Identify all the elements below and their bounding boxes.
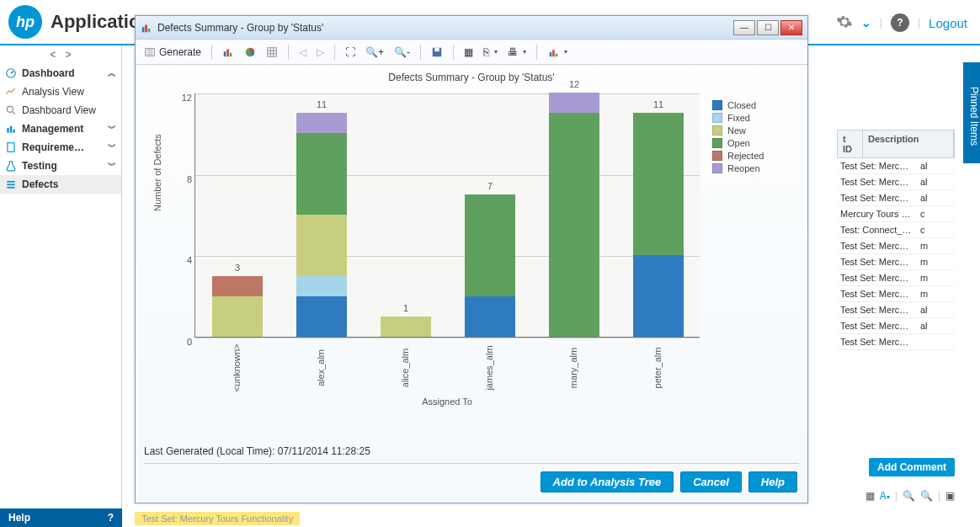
logout-link[interactable]: Logout	[929, 16, 967, 30]
save-button[interactable]	[428, 45, 446, 60]
dialog-toolbar: Generate ◁ ▷ ⛶ 🔍+ 🔍- ▦ ⎘▾ 🖶▾ ▾	[136, 40, 807, 65]
table-row[interactable]: Test Set: Mercur…al	[837, 318, 955, 334]
svg-rect-9	[7, 187, 14, 189]
fullscreen-button[interactable]: ⛶	[342, 45, 359, 60]
print-button[interactable]: 🖶▾	[504, 45, 530, 60]
layout-button[interactable]: ▦	[461, 45, 477, 60]
cancel-button[interactable]: Cancel	[680, 471, 742, 492]
table-row[interactable]: Test Set: Mercur…m	[837, 270, 955, 286]
sidebar-dashboard-view[interactable]: Dashboard View	[0, 101, 121, 120]
svg-rect-10	[142, 27, 145, 32]
sidebar-analysis-view[interactable]: Analysis View	[0, 83, 121, 101]
bar-chart-button[interactable]	[219, 45, 237, 60]
svg-rect-14	[224, 51, 226, 56]
legend-rejected: Rejected	[712, 151, 764, 161]
app-title: Applicatio	[51, 11, 140, 33]
bar-peter_alm: 11	[633, 113, 684, 337]
close-button[interactable]: ✕	[780, 20, 802, 35]
options-button[interactable]: ▾	[544, 45, 571, 60]
bar-alex_alm: 11	[296, 113, 347, 337]
hp-logo: hp	[8, 5, 42, 39]
generate-icon	[144, 46, 156, 58]
col-desc-header[interactable]: Description	[863, 130, 954, 157]
zoom-out-icon[interactable]: 🔍	[920, 490, 933, 502]
nav-next-button[interactable]: ▷	[313, 45, 328, 60]
table-row[interactable]: Mercury Tours si…c	[837, 206, 955, 222]
legend-closed: Closed	[712, 100, 764, 110]
defects-summary-dialog: Defects Summary - Group by 'Status' — ☐ …	[135, 15, 808, 503]
svg-rect-15	[226, 49, 229, 56]
sidebar-testing[interactable]: Testing ︾	[0, 157, 121, 175]
background-table: t ID Description Test Set: Mercur…alTest…	[837, 130, 955, 350]
legend-new: New	[712, 125, 764, 136]
table-row[interactable]: Test Set: Mercur…al	[837, 190, 955, 206]
col-id-header[interactable]: t ID	[838, 130, 863, 157]
table-row[interactable]: Test Set: Mercur…al	[837, 302, 955, 318]
svg-rect-12	[148, 28, 151, 31]
minimize-button[interactable]: —	[733, 20, 755, 35]
list-icon	[5, 178, 17, 190]
bar-mary_alm: 12	[549, 93, 599, 337]
legend-reopen: Reopen	[712, 163, 764, 173]
grid-view-button[interactable]	[263, 45, 281, 60]
chart-title: Defects Summary - Group by 'Status'	[144, 72, 799, 83]
sidebar-defects[interactable]: Defects	[0, 175, 121, 194]
layout-icon[interactable]: ▣	[945, 490, 955, 502]
table-row[interactable]: Test Set: Mercur…m	[837, 254, 955, 270]
add-comment-button[interactable]: Add Comment	[869, 458, 955, 476]
bar-alice_alm: 1	[381, 317, 431, 337]
svg-rect-6	[8, 143, 14, 152]
add-to-analysis-tree-button[interactable]: Add to Analysis Tree	[541, 471, 674, 492]
bars-icon	[5, 123, 17, 135]
legend-open: Open	[712, 138, 764, 148]
nav-forward-icon[interactable]: >	[66, 49, 72, 61]
help-button[interactable]: Help	[748, 471, 797, 492]
svg-line-2	[13, 112, 15, 114]
maximize-button[interactable]: ☐	[757, 20, 779, 35]
table-row[interactable]: Test Set: Mercur…m	[837, 286, 955, 302]
pie-chart-button[interactable]	[241, 45, 259, 60]
svg-point-1	[7, 106, 13, 112]
gear-icon[interactable]	[836, 13, 853, 33]
separator: |	[880, 17, 882, 29]
copy-button[interactable]: ⎘▾	[480, 45, 501, 60]
zoom-out-button[interactable]: 🔍-	[391, 45, 413, 60]
generate-button[interactable]: Generate	[141, 45, 205, 60]
table-row[interactable]: Test Set: Mercur…al	[837, 158, 955, 174]
sidebar-dashboard[interactable]: Dashboard ︽	[0, 64, 121, 83]
svg-rect-16	[230, 52, 232, 56]
format-icon[interactable]: A▾	[880, 490, 890, 502]
nav-back-icon[interactable]: <	[50, 49, 56, 61]
help-bar[interactable]: Help?	[0, 508, 122, 527]
chart-icon	[141, 22, 152, 34]
table-row[interactable]: Test: Connect_Si…c	[837, 222, 955, 238]
help-icon[interactable]: ?	[891, 13, 909, 32]
table-row[interactable]: Test Set: Mercur…	[837, 334, 955, 350]
sidebar-management[interactable]: Management ︾	[0, 120, 121, 138]
svg-rect-22	[552, 50, 555, 56]
chart-line-icon	[5, 86, 17, 98]
svg-rect-7	[7, 181, 14, 183]
magnifier-icon	[5, 104, 17, 116]
clipboard-icon	[5, 141, 17, 153]
table-row[interactable]: Test Set: Mercur…al	[837, 174, 955, 190]
nav-prev-button[interactable]: ◁	[296, 45, 310, 60]
y-axis-label: Number of Defects	[152, 134, 162, 211]
svg-rect-3	[7, 128, 8, 133]
bar-james_alm: 7	[465, 194, 515, 337]
sidebar-requirements[interactable]: Requireme… ︾	[0, 138, 121, 157]
svg-rect-8	[7, 184, 14, 185]
status-strip: Test Set: Mercury Tours Functionality	[135, 512, 300, 525]
last-generated-label: Last Generated (Local Time): 07/11/2014 …	[144, 445, 370, 457]
settings-dropdown[interactable]: ⌄	[861, 16, 871, 29]
dialog-titlebar[interactable]: Defects Summary - Group by 'Status' — ☐ …	[136, 16, 807, 40]
x-axis-label: Assigned To	[194, 397, 700, 407]
zoom-in-button[interactable]: 🔍+	[362, 45, 387, 60]
legend-fixed: Fixed	[712, 113, 764, 123]
table-row[interactable]: Test Set: Mercur…m	[837, 238, 955, 254]
grid-icon[interactable]: ▦	[865, 490, 875, 502]
svg-rect-21	[550, 52, 552, 56]
pinned-items-tab[interactable]: Pinned Items	[963, 62, 980, 163]
separator: |	[918, 17, 920, 29]
zoom-in-icon[interactable]: 🔍	[903, 490, 915, 502]
